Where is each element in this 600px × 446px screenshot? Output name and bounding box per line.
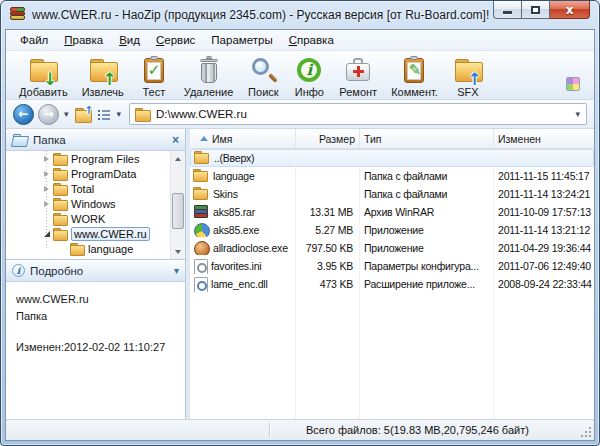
file-list-header: Имя Размер Тип Изменен xyxy=(190,129,594,149)
details-panel-title: Подробно xyxy=(30,265,83,277)
scroll-thumb[interactable] xyxy=(172,193,184,229)
tree-item-www-cwer-ru[interactable]: www.CWER.ru xyxy=(6,226,185,241)
address-folder-icon xyxy=(135,108,151,121)
test-button[interactable]: ✓ Тест xyxy=(131,53,177,99)
scroll-down-button[interactable] xyxy=(171,244,185,259)
tree-panel-close-icon[interactable]: × xyxy=(172,134,179,146)
address-dropdown[interactable]: ▾ xyxy=(574,109,581,119)
tree-item-language[interactable]: language xyxy=(6,241,185,256)
address-bar: ← → ▾ ↑ ▾ D:\www.CWER.ru ▾ xyxy=(6,100,594,129)
comment-clipboard-icon: ✎ xyxy=(398,56,430,85)
trash-icon xyxy=(193,56,225,85)
folder-tree: Program Files ProgramData Total xyxy=(6,151,185,259)
file-row-aks85-exe[interactable]: aks85.exe 5.27 MB Приложение 2011-11-14 … xyxy=(190,221,594,239)
minimize-icon xyxy=(503,11,512,14)
file-row-favorites-ini[interactable]: favorites.ini 3.95 KB Параметры конфигур… xyxy=(190,257,594,275)
search-button[interactable]: Поиск xyxy=(240,53,286,99)
comment-button[interactable]: ✎ Коммент. xyxy=(384,53,445,99)
file-row-skins[interactable]: Skins Папка с файлами 2011-11-14 13:24:2… xyxy=(190,185,594,203)
menu-view[interactable]: Вид xyxy=(111,32,148,48)
details-item-name: www.CWER.ru xyxy=(16,291,175,308)
tree-item-total[interactable]: Total xyxy=(6,181,185,196)
skin-color-button[interactable] xyxy=(566,77,580,91)
haozip-app-icon xyxy=(10,7,26,22)
view-mode-button[interactable] xyxy=(96,107,112,121)
maximize-button[interactable] xyxy=(522,1,550,19)
folder-icon xyxy=(53,198,68,210)
main-area: Папка × Program Files xyxy=(6,129,594,419)
window-title: www.CWER.ru - HaoZip (продукция 2345.com… xyxy=(32,8,489,22)
left-column: Папка × Program Files xyxy=(6,129,186,419)
close-icon: x xyxy=(566,3,574,17)
file-row-lame-enc-dll[interactable]: lame_enc.dll 473 KB Расширение приложе..… xyxy=(190,275,594,293)
folder-tree-panel: Папка × Program Files xyxy=(6,129,185,260)
menu-options[interactable]: Параметры xyxy=(203,32,280,48)
search-icon xyxy=(247,56,279,85)
tree-panel-header: Папка × xyxy=(6,129,185,151)
add-button[interactable]: ↓ Добавить xyxy=(12,53,75,99)
expander-icon[interactable] xyxy=(41,184,52,194)
file-row-up[interactable]: ..(Вверх) xyxy=(190,149,594,167)
extract-folder-icon: ↑ xyxy=(87,56,119,85)
details-collapse-icon[interactable]: ▾ xyxy=(174,265,179,276)
column-header-name[interactable]: Имя xyxy=(190,129,296,148)
expander-icon[interactable] xyxy=(41,154,52,164)
expander-slot xyxy=(58,244,69,254)
view-mode-dropdown[interactable]: ▾ xyxy=(116,109,123,119)
expander-slot xyxy=(41,214,52,224)
tree-item-work[interactable]: WORK xyxy=(6,211,185,226)
up-level-button[interactable]: ↑ xyxy=(74,107,92,122)
menu-tools[interactable]: Сервис xyxy=(148,32,203,48)
folder-panel-icon xyxy=(12,134,28,146)
resize-grip[interactable] xyxy=(580,426,592,438)
status-total-files: Всего файлов: 5(19.83 MB,20,795,246 байт… xyxy=(276,420,574,440)
maximize-icon xyxy=(531,6,540,14)
file-list: Имя Размер Тип Изменен ..(Ввер xyxy=(190,129,594,419)
expander-icon[interactable] xyxy=(41,169,52,179)
expander-icon[interactable] xyxy=(41,229,52,239)
info-button[interactable]: i Инфо xyxy=(286,53,332,99)
folder-icon xyxy=(53,168,68,180)
back-arrow-icon: ← xyxy=(18,107,28,121)
forward-button[interactable]: → xyxy=(38,104,59,125)
folder-icon xyxy=(194,151,210,165)
tree-item-programdata[interactable]: ProgramData xyxy=(6,166,185,181)
history-dropdown[interactable]: ▾ xyxy=(63,109,70,119)
file-row-language[interactable]: language Папка с файлами 2011-11-15 11:4… xyxy=(190,167,594,185)
column-header-size[interactable]: Размер xyxy=(296,129,360,148)
client-area: Файл Правка Вид Сервис Параметры Справка… xyxy=(5,29,595,441)
column-gridline xyxy=(295,149,296,419)
tree-scrollbar[interactable] xyxy=(170,151,185,259)
close-button[interactable]: x xyxy=(550,1,590,19)
scroll-up-button[interactable] xyxy=(171,151,185,166)
details-panel: i Подробно ▾ www.CWER.ru Папка Изменен:2… xyxy=(6,260,185,419)
rar-archive-icon xyxy=(193,205,209,219)
menu-file[interactable]: Файл xyxy=(12,32,56,48)
file-row-aks85-rar[interactable]: aks85.rar 13.31 MB Архив WinRAR 2011-10-… xyxy=(190,203,594,221)
address-input[interactable]: D:\www.CWER.ru ▾ xyxy=(129,103,587,125)
menu-edit[interactable]: Правка xyxy=(56,32,111,48)
application-icon xyxy=(193,223,209,237)
column-gridline xyxy=(493,149,494,419)
file-row-allradioclose-exe[interactable]: allradioclose.exe 797.50 KB Приложение 2… xyxy=(190,239,594,257)
menu-help[interactable]: Справка xyxy=(281,32,342,48)
delete-button[interactable]: Удаление xyxy=(177,53,241,99)
tree-item-windows[interactable]: Windows xyxy=(6,196,185,211)
folder-icon xyxy=(53,153,68,165)
window-controls: x xyxy=(493,1,590,19)
extract-button[interactable]: ↑ Извлечь xyxy=(75,53,131,99)
repair-button[interactable]: Ремонт xyxy=(332,53,384,99)
tree-item-program-files[interactable]: Program Files xyxy=(6,151,185,166)
sfx-button[interactable]: ↑ SFX xyxy=(445,53,491,99)
dll-file-icon xyxy=(193,277,207,292)
column-header-modified[interactable]: Изменен xyxy=(494,129,594,148)
column-header-type[interactable]: Тип xyxy=(360,129,494,148)
forward-arrow-icon: → xyxy=(43,107,53,121)
address-path: D:\www.CWER.ru xyxy=(156,108,569,120)
back-button[interactable]: ← xyxy=(13,104,34,125)
first-aid-icon xyxy=(342,56,374,85)
minimize-button[interactable] xyxy=(493,1,522,19)
details-info-icon: i xyxy=(12,264,25,277)
folder-icon xyxy=(193,187,209,201)
expander-icon[interactable] xyxy=(41,199,52,209)
